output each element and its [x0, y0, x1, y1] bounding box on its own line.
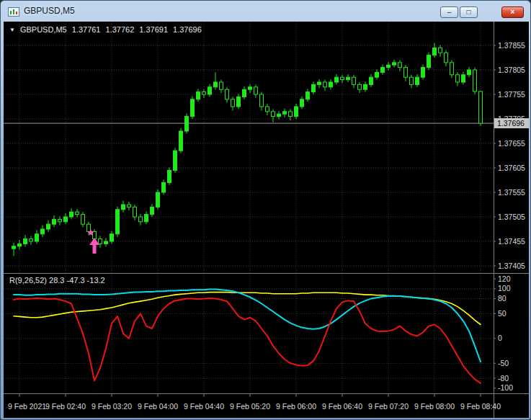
info-close: 1.37696 — [173, 25, 202, 34]
info-symbol: GBPUSD,M5 — [20, 25, 67, 34]
indicator-axis-label: -50 — [498, 359, 509, 367]
info-high: 1.37762 — [105, 25, 134, 34]
indicator-axis-label: -100 — [498, 383, 513, 392]
info-open: 1.37761 — [72, 25, 101, 34]
minimize-button[interactable]: – — [440, 6, 458, 18]
metatrader-chart-window: GBPUSD,M5 – □ × 1.378551.378051.377551.3… — [0, 0, 531, 420]
maximize-button[interactable]: □ — [460, 6, 478, 18]
price-axis-label: 1.37805 — [498, 66, 525, 74]
indicator-label: R(9,26,52) 28.3 -47.3 -13.2 — [9, 276, 105, 285]
time-axis-label: 9 Feb 2021 — [8, 402, 46, 411]
chart-icon — [8, 6, 19, 16]
symbol-marker-icon: ▼ — [9, 27, 15, 33]
indicator-axis-label: 80 — [498, 294, 507, 303]
time-axis-label: 9 Feb 03:20 — [92, 402, 132, 411]
price-axis-label: 1.37405 — [498, 262, 525, 270]
ohlc-info: ▼GBPUSD,M51.377611.377621.376911.37696 — [9, 25, 207, 34]
price-axis-label: 1.37605 — [498, 164, 525, 172]
time-axis-label: 9 Feb 06:40 — [322, 402, 362, 411]
close-button[interactable]: × — [501, 6, 524, 18]
indicator-axis-label: 120 — [498, 274, 511, 283]
price-axis-label: 1.37755 — [498, 90, 525, 99]
price-axis-label: 1.37655 — [498, 139, 525, 148]
current-price-tag: 1.37696 — [494, 118, 529, 128]
time-axis-label: 9 Feb 02:40 — [45, 402, 86, 411]
window-title: GBPUSD,M5 — [24, 6, 75, 16]
info-low: 1.37691 — [139, 25, 168, 34]
indicator-axis-label: 0 — [498, 334, 502, 342]
price-axis-label: 1.37505 — [498, 213, 525, 221]
indicator-axis-label: -80 — [498, 374, 509, 383]
price-axis-label: 1.37555 — [498, 188, 525, 197]
time-axis-label: 9 Feb 04:00 — [138, 402, 178, 411]
time-axis-label: 9 Feb 08:40 — [460, 402, 501, 411]
time-axis-label: 9 Feb 06:00 — [276, 402, 316, 411]
chart-area: 1.378551.378051.377551.377051.376551.376… — [4, 22, 529, 418]
time-axis-label: 9 Feb 05:20 — [230, 402, 270, 411]
time-axis-label: 9 Feb 08:00 — [414, 402, 455, 411]
time-axis-label: 9 Feb 07:20 — [368, 402, 409, 411]
price-axis-label: 1.37455 — [498, 237, 525, 246]
price-axis-label: 1.37855 — [498, 41, 525, 50]
title-bar[interactable]: GBPUSD,M5 – □ × — [1, 1, 530, 22]
indicator-axis-label: 50 — [498, 309, 507, 318]
chart-canvas[interactable]: 1.378551.378051.377551.377051.376551.376… — [4, 22, 529, 418]
indicator-axis-label: 100 — [498, 284, 511, 292]
svg-text:1.37696: 1.37696 — [497, 119, 525, 128]
time-axis-label: 9 Feb 04:40 — [184, 402, 224, 411]
